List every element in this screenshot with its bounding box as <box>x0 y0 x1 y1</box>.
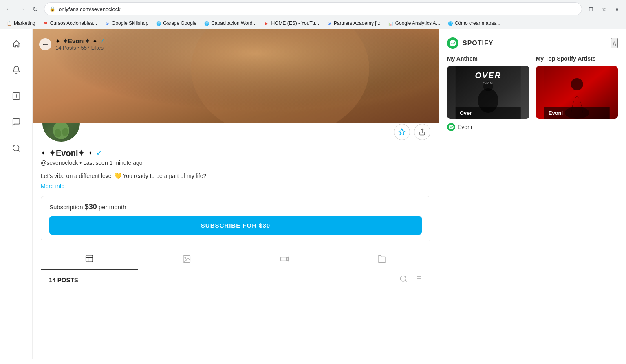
bookmark-favicon-marketing: 📋 <box>7 20 12 26</box>
bookmark-home-yt[interactable]: ▶ HOME (ES) - YouTu... <box>260 19 322 27</box>
banner-more-button[interactable]: ⋮ <box>424 39 432 49</box>
bookmark-button[interactable]: ☆ <box>598 3 610 15</box>
bookmark-favicon-home: ▶ <box>264 20 269 26</box>
bookmark-label-marketing: Marketing <box>14 20 35 26</box>
back-button[interactable]: ← <box>3 3 15 15</box>
banner-stats: 14 Posts • 557 Likes <box>55 45 105 51</box>
profile-button[interactable]: ● <box>611 3 623 15</box>
spotify-icon <box>447 37 458 49</box>
nav-notifications-icon[interactable] <box>8 62 24 78</box>
bookmark-analytics[interactable]: 📊 Google Analytics A... <box>385 19 443 27</box>
bookmark-label-cursos: Cursos Accionables... <box>50 20 97 26</box>
nav-messages-icon[interactable] <box>8 114 24 130</box>
svg-text:EVONI: EVONI <box>483 82 494 85</box>
bookmark-favicon-maps: 🌐 <box>447 20 453 26</box>
forward-button[interactable]: → <box>16 3 28 15</box>
browser-action-buttons: ⊡ ☆ ● <box>585 3 623 15</box>
bookmarks-bar: 📋 Marketing ❤ Cursos Accionables... G Go… <box>0 18 626 29</box>
subscription-period: per month <box>99 204 126 211</box>
svg-point-18 <box>185 257 186 258</box>
bookmark-label-partners: Partners Academy [..: <box>334 20 381 26</box>
banner-overlay: ← ✦ ✦Evoni✦ ✦ ✓ 14 Posts • 557 <box>33 33 439 55</box>
svg-point-21 <box>401 276 406 281</box>
svg-marker-12 <box>399 129 405 135</box>
top-artist-album-art: Evoni <box>536 66 618 119</box>
bookmark-marketing[interactable]: 📋 Marketing <box>3 19 39 27</box>
subscription-box: Subscription $30 per month SUBSCRIBE FOR… <box>41 196 430 241</box>
nav-new-post-icon[interactable] <box>8 88 24 104</box>
tab-photos[interactable] <box>138 248 236 270</box>
top-artist-album-card[interactable]: Evoni <box>536 66 618 119</box>
profile-display-name: ✦Evoni✦ <box>49 148 85 158</box>
svg-point-38 <box>571 78 583 90</box>
favorite-button[interactable] <box>394 124 410 140</box>
svg-rect-19 <box>280 257 286 261</box>
profile-banner: ← ✦ ✦Evoni✦ ✦ ✓ 14 Posts • 557 <box>33 29 439 123</box>
svg-line-4 <box>18 150 20 151</box>
back-arrow-button[interactable]: ← <box>39 38 51 50</box>
spotify-top-artists-label: My Top Spotify Artists <box>536 55 618 62</box>
address-bar[interactable]: 🔒 onlyfans.com/sevenoclock <box>44 2 582 15</box>
share-button[interactable] <box>414 124 430 140</box>
svg-point-3 <box>13 145 19 151</box>
anthem-album-card[interactable]: OVER EVONI Over <box>447 66 529 119</box>
extensions-button[interactable]: ⊡ <box>585 3 597 15</box>
bookmark-favicon-partners: G <box>326 20 332 26</box>
spotify-columns: My Anthem <box>447 55 618 131</box>
content-tabs <box>41 248 430 270</box>
browser-chrome: ← → ↻ 🔒 onlyfans.com/sevenoclock ⊡ ☆ ● 📋… <box>0 0 626 29</box>
bookmark-capacitacion[interactable]: 🌐 Capacitacion Word... <box>201 19 260 27</box>
profile-name-row: ✦ ✦Evoni✦ ✦ ✓ <box>41 148 430 158</box>
tab-posts[interactable] <box>41 248 138 270</box>
bookmark-favicon-analytics: 📊 <box>388 20 394 26</box>
subscribe-button[interactable]: SUBSCRIBE FOR $30 <box>49 216 422 235</box>
svg-rect-14 <box>86 255 93 262</box>
banner-sparkle-left: ✦ <box>55 38 60 44</box>
bookmark-maps[interactable]: 🌐 Cómo crear mapas... <box>444 19 504 27</box>
spotify-collapse-button[interactable]: ∧ <box>611 38 618 48</box>
bookmark-label-skillshop: Google Skillshop <box>112 20 148 26</box>
more-info-link[interactable]: More info <box>41 183 64 189</box>
tab-folders[interactable] <box>333 248 430 270</box>
banner-likes-count: 557 <box>81 45 90 51</box>
posts-section: 14 POSTS <box>41 270 430 290</box>
browser-nav-buttons: ← → ↻ <box>3 3 41 15</box>
subscription-label: Subscription <box>49 204 83 211</box>
profile-section: ✦ ✦Evoni✦ ✦ ✓ @sevenoclock • Last seen 1… <box>33 103 439 298</box>
bookmark-label-home: HOME (ES) - YouTu... <box>271 20 319 26</box>
search-posts-icon[interactable] <box>399 275 408 285</box>
bookmark-label-garage: Garage Google <box>163 20 196 26</box>
svg-text:OVER: OVER <box>475 71 501 80</box>
bookmark-cursos[interactable]: ❤ Cursos Accionables... <box>40 19 100 27</box>
spotify-top-artists-col: My Top Spotify Artists <box>536 55 618 131</box>
profile-bio: Let's vibe on a different level 💛 You re… <box>41 172 430 180</box>
bookmark-garage[interactable]: 🌐 Garage Google <box>152 19 200 27</box>
left-nav <box>0 29 33 359</box>
tab-videos[interactable] <box>236 248 333 270</box>
url-text: onlyfans.com/sevenoclock <box>59 6 577 12</box>
nav-home-icon[interactable] <box>8 36 24 52</box>
spotify-header: SPOTIFY ∧ <box>447 37 618 49</box>
bookmark-favicon-capacitacion: 🌐 <box>204 20 209 26</box>
bookmark-favicon-skillshop: G <box>104 20 110 26</box>
bookmark-favicon-garage: 🌐 <box>156 20 161 26</box>
reload-button[interactable]: ↻ <box>29 3 41 15</box>
spotify-anthem-col: My Anthem <box>447 55 529 131</box>
handle-separator: • <box>79 160 83 166</box>
profile-last-seen: Last seen 1 minute ago <box>83 160 143 166</box>
page-wrapper: ← ✦ ✦Evoni✦ ✦ ✓ 14 Posts • 557 <box>0 29 626 359</box>
spotify-title-row: SPOTIFY <box>447 37 493 49</box>
filter-posts-icon[interactable] <box>414 275 422 285</box>
name-sparkle-right: ✦ <box>88 150 93 156</box>
anthem-artist-name: Evoni <box>458 124 472 130</box>
bookmark-label-analytics: Google Analytics A... <box>395 20 440 26</box>
bookmark-favicon-cursos: ❤ <box>43 20 48 26</box>
banner-profile-info: ✦ ✦Evoni✦ ✦ ✓ 14 Posts • 557 Likes <box>55 37 105 51</box>
anthem-album-art: OVER EVONI Over <box>447 66 529 119</box>
name-sparkle-left: ✦ <box>41 150 46 156</box>
spotify-anthem-label: My Anthem <box>447 55 529 62</box>
bookmark-skillshop[interactable]: G Google Skillshop <box>101 19 152 27</box>
bookmark-label-capacitacion: Capacitacion Word... <box>211 20 256 26</box>
nav-search-icon[interactable] <box>8 140 24 156</box>
bookmark-partners[interactable]: G Partners Academy [..: <box>323 19 384 27</box>
